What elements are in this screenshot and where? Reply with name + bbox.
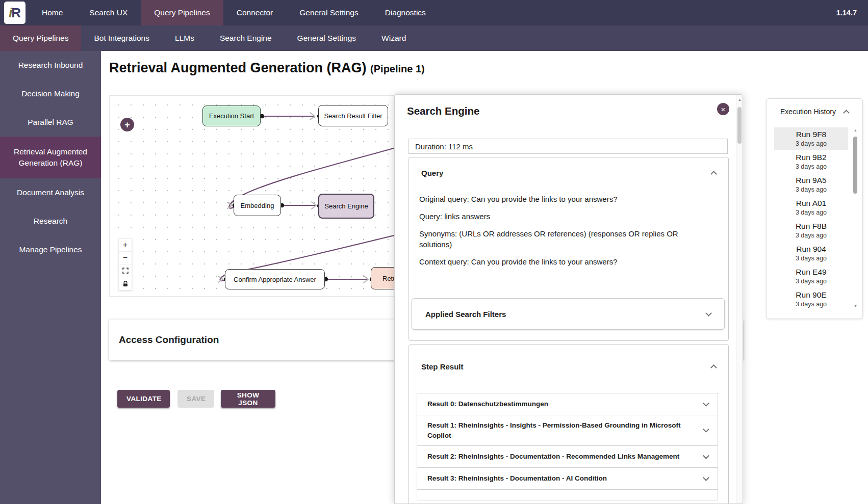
chevron-down-icon[interactable] bbox=[703, 453, 709, 459]
subnav-general-settings[interactable]: General Settings bbox=[285, 25, 369, 51]
scroll-down-icon[interactable]: ▼ bbox=[853, 304, 858, 308]
save-button[interactable]: SAVE bbox=[177, 390, 214, 408]
zoom-in-icon: + bbox=[123, 241, 127, 249]
run-item-90e[interactable]: Run 90E 3 days ago bbox=[774, 288, 848, 309]
sidebar-item-rag[interactable]: Retrieval Augmented Generation (RAG) bbox=[0, 137, 101, 178]
page-title-text: Retrieval Augmented Generation (RAG) bbox=[109, 60, 367, 75]
result-label: Result 2: RheinInsights - Documentation … bbox=[427, 452, 679, 462]
subnav-bot-integrations[interactable]: Bot Integrations bbox=[81, 25, 162, 51]
node-label: Search Engine bbox=[324, 202, 368, 210]
canvas-controls: + − bbox=[118, 238, 132, 290]
sub-navigation: Query Pipelines Bot Integrations LLMs Se… bbox=[0, 25, 868, 51]
chevron-down-icon[interactable] bbox=[703, 426, 709, 433]
run-item-9f8[interactable]: Run 9F8 3 days ago bbox=[774, 127, 848, 150]
step-result-list: Result 0: Datenschutzbestimmungen Result… bbox=[417, 393, 718, 500]
sidebar-item-research[interactable]: Research bbox=[0, 207, 101, 235]
app-logo[interactable]: i R bbox=[4, 2, 25, 24]
top-navigation: i R Home Search UX Query Pipelines Conne… bbox=[0, 0, 868, 25]
node-embedding[interactable]: Embedding bbox=[234, 195, 281, 216]
close-icon: × bbox=[721, 105, 726, 114]
pipeline-sidebar: Research Inbound Decision Making Paralle… bbox=[0, 51, 101, 504]
chevron-down-icon[interactable] bbox=[703, 400, 709, 407]
step-result-title: Step Result bbox=[421, 362, 464, 371]
chevron-up-icon[interactable] bbox=[710, 364, 717, 371]
panel-scrollbar[interactable]: ▲ bbox=[736, 95, 743, 503]
result-row-partial[interactable] bbox=[417, 489, 718, 500]
result-row-3[interactable]: Result 3: RheinInsights - Documentation … bbox=[417, 467, 718, 490]
node-confirm-appropriate-answer[interactable]: Confirm Appropriate Answer bbox=[225, 269, 325, 289]
chevron-up-icon[interactable] bbox=[710, 171, 717, 177]
run-time: 3 days ago bbox=[774, 186, 848, 193]
run-time: 3 days ago bbox=[774, 140, 848, 147]
result-label: Result 0: Datenschutzbestimmungen bbox=[427, 399, 548, 409]
topnav-general-settings[interactable]: General Settings bbox=[286, 0, 371, 25]
add-node-button[interactable]: + bbox=[120, 118, 134, 131]
execution-history-header[interactable]: Execution History bbox=[767, 99, 862, 116]
panel-title: Search Engine bbox=[407, 105, 479, 117]
sidebar-item-parallel-rag[interactable]: Parallel RAG bbox=[0, 108, 101, 137]
topnav-search-ux[interactable]: Search UX bbox=[76, 0, 141, 25]
synonyms-line: Synonyms: (URLs OR addresses OR referenc… bbox=[419, 228, 697, 250]
run-time: 3 days ago bbox=[774, 255, 848, 262]
topnav-connector[interactable]: Connector bbox=[223, 0, 287, 25]
chevron-down-icon[interactable] bbox=[705, 310, 712, 316]
run-item-904[interactable]: Run 904 3 days ago bbox=[774, 242, 848, 265]
subnav-search-engine[interactable]: Search Engine bbox=[207, 25, 285, 51]
lock-button[interactable] bbox=[119, 277, 132, 290]
chevron-up-icon[interactable] bbox=[843, 110, 850, 116]
chevron-down-icon[interactable] bbox=[703, 474, 709, 481]
run-name: Run E49 bbox=[774, 268, 848, 277]
zoom-out-button[interactable]: − bbox=[119, 252, 132, 264]
sidebar-item-manage-pipelines[interactable]: Manage Pipelines bbox=[0, 235, 101, 264]
scroll-up-icon[interactable]: ▲ bbox=[736, 98, 743, 101]
logo-letter-r: R bbox=[11, 6, 21, 19]
run-time: 3 days ago bbox=[774, 232, 848, 239]
applied-search-filters-header[interactable]: Applied Search Filters bbox=[412, 298, 725, 330]
node-label: Embedding bbox=[241, 202, 274, 209]
run-item-a01[interactable]: Run A01 3 days ago bbox=[774, 196, 848, 219]
lock-icon bbox=[122, 281, 129, 287]
zoom-out-icon: − bbox=[123, 254, 127, 262]
result-row-0[interactable]: Result 0: Datenschutzbestimmungen bbox=[417, 393, 718, 415]
result-row-1[interactable]: Result 1: RheinInsights - Insights - Per… bbox=[417, 415, 718, 446]
execution-history-title: Execution History bbox=[780, 108, 836, 116]
run-item-9a5[interactable]: Run 9A5 3 days ago bbox=[774, 173, 848, 196]
validate-button[interactable]: VALIDATE bbox=[117, 390, 170, 408]
search-engine-detail-panel: × Search Engine Duration: 112 ms Query O… bbox=[394, 94, 743, 504]
topnav-home[interactable]: Home bbox=[29, 0, 76, 25]
run-item-f8b[interactable]: Run F8B 3 days ago bbox=[774, 219, 848, 242]
sidebar-item-research-inbound[interactable]: Research Inbound bbox=[0, 51, 101, 79]
run-name: Run 904 bbox=[774, 245, 848, 254]
sidebar-item-document-analysis[interactable]: Document Analysis bbox=[0, 178, 101, 207]
sidebar-item-decision-making[interactable]: Decision Making bbox=[0, 79, 101, 108]
run-item-e49[interactable]: Run E49 3 days ago bbox=[774, 265, 848, 288]
run-list: Run 9F8 3 days ago Run 9B2 3 days ago Ru… bbox=[774, 127, 848, 309]
plus-icon: + bbox=[124, 119, 130, 130]
result-row-2[interactable]: Result 2: RheinInsights - Documentation … bbox=[417, 445, 718, 468]
show-json-button[interactable]: SHOW JSON bbox=[221, 390, 275, 408]
history-scrollbar[interactable]: ▲ ▼ bbox=[853, 127, 858, 309]
run-name: Run 90E bbox=[774, 290, 848, 300]
subnav-wizard[interactable]: Wizard bbox=[369, 25, 419, 51]
node-search-engine[interactable]: Search Engine bbox=[318, 194, 374, 219]
fit-view-button[interactable] bbox=[119, 264, 132, 277]
subnav-llms[interactable]: LLMs bbox=[162, 25, 207, 51]
scrollbar-thumb[interactable] bbox=[853, 137, 857, 194]
scrollbar-thumb[interactable] bbox=[737, 107, 742, 144]
close-button[interactable]: × bbox=[717, 103, 729, 115]
run-item-9b2[interactable]: Run 9B2 3 days ago bbox=[774, 150, 848, 173]
subnav-query-pipelines[interactable]: Query Pipelines bbox=[0, 25, 81, 51]
node-search-result-filter[interactable]: Search Result Filter bbox=[318, 105, 388, 126]
topnav-query-pipelines[interactable]: Query Pipelines bbox=[141, 0, 223, 25]
run-name: Run 9A5 bbox=[774, 176, 848, 185]
fit-view-icon bbox=[122, 268, 129, 274]
duration-box: Duration: 112 ms bbox=[409, 139, 728, 154]
access-configuration-title: Access Configuration bbox=[119, 334, 219, 346]
topnav-diagnostics[interactable]: Diagnostics bbox=[372, 0, 439, 25]
page-title: Retrieval Augmented Generation (RAG) (Pi… bbox=[109, 60, 425, 76]
node-execution-start[interactable]: Execution Start bbox=[202, 105, 261, 126]
step-result-header[interactable]: Step Result bbox=[409, 345, 728, 371]
zoom-in-button[interactable]: + bbox=[119, 239, 132, 252]
query-section-header[interactable]: Query bbox=[409, 157, 728, 180]
scroll-up-icon[interactable]: ▲ bbox=[853, 128, 858, 132]
